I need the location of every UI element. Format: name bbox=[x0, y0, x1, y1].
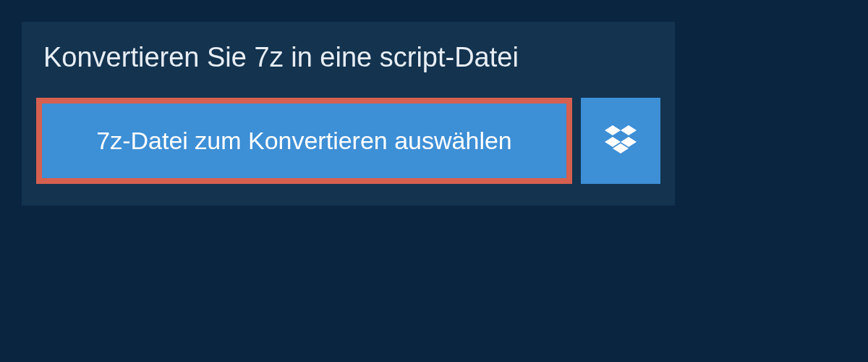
converter-panel: Konvertieren Sie 7z in eine script-Datei… bbox=[22, 22, 675, 206]
button-row: 7z-Datei zum Konvertieren auswählen bbox=[22, 98, 675, 206]
select-file-button[interactable]: 7z-Datei zum Konvertieren auswählen bbox=[36, 98, 572, 184]
page-title: Konvertieren Sie 7z in eine script-Datei bbox=[22, 22, 675, 98]
dropbox-icon bbox=[605, 125, 637, 156]
dropbox-button[interactable] bbox=[581, 98, 660, 184]
